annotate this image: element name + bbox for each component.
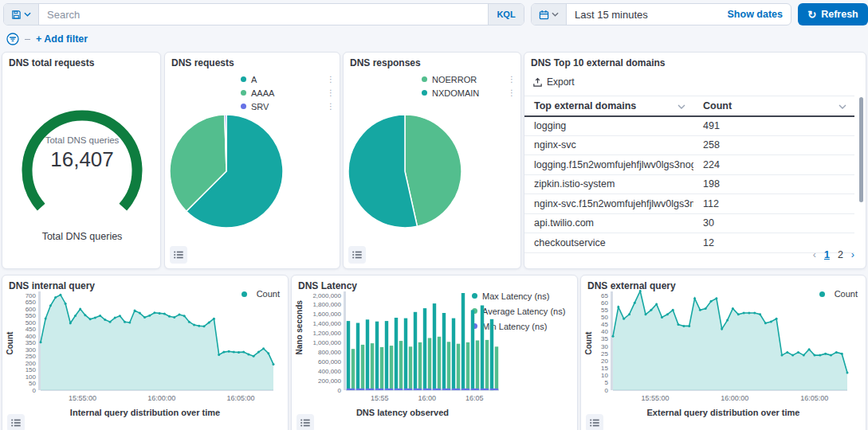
pie-chart [168, 113, 285, 229]
legend-label: NOERROR [432, 75, 477, 84]
pagination-page-2[interactable]: 2 [838, 249, 843, 260]
legend-toggle-button[interactable] [348, 246, 366, 264]
saved-query-menu-button[interactable] [4, 4, 39, 25]
svg-text:16:00:00: 16:00:00 [147, 394, 175, 402]
svg-text:16:00:00: 16:00:00 [721, 394, 748, 402]
cell-domain: nginx-svc.f15n2womfujehfjlwv0lgs3no... [524, 194, 693, 213]
table-scrollbar[interactable] [859, 97, 863, 202]
legend-toggle-button[interactable] [586, 414, 603, 430]
cell-count: 258 [693, 136, 854, 155]
cell-domain: checkoutservice [524, 233, 693, 252]
table-header: Top external domains Count [524, 96, 854, 117]
search-input[interactable]: Search [39, 4, 488, 25]
list-icon [173, 249, 184, 260]
svg-text:2,000,000: 2,000,000 [312, 292, 341, 299]
svg-text:400,000: 400,000 [318, 368, 341, 375]
pie-legend: A⋮AAAA⋮SRV⋮ [241, 73, 335, 114]
area-chart: 0510152025303540455055606515:55:0016:00:… [595, 290, 852, 406]
column-header-domains[interactable]: Top external domains [524, 96, 693, 115]
add-filter-button[interactable]: + Add filter [36, 33, 88, 45]
svg-text:250: 250 [26, 353, 37, 360]
legend-dot [241, 90, 246, 96]
kql-toggle[interactable]: KQL [488, 4, 524, 25]
chevron-down-icon[interactable] [678, 104, 685, 109]
legend-toggle-button[interactable] [170, 246, 187, 264]
y-axis-title: Count [584, 339, 593, 355]
legend-item[interactable]: NXDOMAIN⋮ [422, 87, 516, 99]
legend-label: A [251, 75, 257, 84]
save-icon [11, 10, 22, 20]
svg-text:600: 600 [26, 306, 37, 313]
chevron-down-icon [24, 12, 31, 17]
filter-icon[interactable] [6, 33, 19, 45]
legend-label: AAAA [251, 88, 274, 98]
list-icon [352, 249, 363, 260]
y-axis-title: Count [6, 339, 14, 355]
table-row: checkoutservice12 [524, 233, 854, 253]
svg-text:40: 40 [601, 328, 608, 335]
time-picker-menu-button[interactable] [532, 4, 567, 25]
pagination-prev[interactable]: ‹ [813, 249, 816, 260]
svg-text:0: 0 [33, 387, 37, 394]
panel-dns-responses: DNS responses NOERROR⋮NXDOMAIN⋮ [343, 52, 521, 269]
pagination-next[interactable]: › [851, 249, 854, 260]
legend-options-icon[interactable]: ⋮ [327, 103, 335, 111]
filter-divider [25, 39, 30, 40]
show-dates-button[interactable]: Show dates [720, 4, 791, 25]
legend-toggle-button[interactable] [297, 414, 314, 430]
svg-text:45: 45 [601, 321, 608, 328]
svg-text:350: 350 [26, 339, 37, 346]
panel-title: DNS responses [350, 57, 421, 68]
legend-item[interactable]: NOERROR⋮ [422, 73, 516, 85]
legend-dot [241, 104, 246, 109]
svg-text:5: 5 [605, 379, 609, 386]
svg-text:16:00: 16:00 [418, 394, 436, 402]
panel-title: DNS total requests [9, 57, 94, 68]
export-button[interactable]: Export [532, 76, 575, 88]
column-header-count[interactable]: Count [693, 96, 854, 115]
svg-text:55: 55 [601, 307, 608, 314]
legend-dot [422, 76, 427, 82]
chevron-down-icon[interactable] [839, 104, 846, 109]
pagination-page-1[interactable]: 1 [824, 249, 830, 260]
calendar-icon [539, 10, 549, 20]
svg-text:16:05:00: 16:05:00 [800, 394, 828, 402]
table-row: nginx-svc258 [524, 136, 854, 156]
cell-domain: logging.f15n2womfujehfjlwv0lgs3nog.... [524, 155, 693, 174]
svg-text:300: 300 [26, 346, 37, 354]
time-range-value[interactable]: Last 15 minutes [567, 4, 720, 25]
svg-text:25: 25 [601, 350, 608, 358]
svg-text:200,000: 200,000 [318, 377, 341, 385]
svg-text:150: 150 [26, 366, 37, 373]
legend-item[interactable]: SRV⋮ [241, 100, 335, 112]
table-row: api.twilio.com30 [524, 214, 854, 234]
svg-text:15:55:00: 15:55:00 [641, 394, 669, 402]
list-icon [10, 417, 22, 428]
y-axis-title: Nano seconds [295, 339, 304, 355]
legend-item[interactable]: AAAA⋮ [241, 87, 335, 99]
svg-text:16:05: 16:05 [465, 394, 484, 402]
gauge-label: Total DNS queries [2, 135, 161, 145]
svg-text:15: 15 [601, 365, 608, 372]
chevron-down-icon [552, 12, 559, 17]
legend-options-icon[interactable]: ⋮ [508, 89, 516, 97]
svg-text:15:55: 15:55 [371, 394, 389, 402]
svg-text:10: 10 [601, 372, 608, 379]
legend-item[interactable]: A⋮ [241, 73, 335, 85]
refresh-button[interactable]: ↻ Refresh [798, 3, 868, 25]
cell-count: 112 [693, 194, 854, 213]
svg-text:1,200,000: 1,200,000 [312, 330, 341, 337]
legend-toggle-button[interactable] [7, 414, 25, 430]
legend-options-icon[interactable]: ⋮ [327, 89, 335, 97]
legend-options-icon[interactable]: ⋮ [327, 76, 335, 84]
kibana-dashboard: Search KQL Last 15 minutes Show dates ↻ … [0, 0, 868, 430]
cell-count: 30 [693, 214, 854, 233]
export-icon [532, 77, 543, 88]
legend-options-icon[interactable]: ⋮ [508, 76, 516, 84]
table-row: zipkin.istio-system198 [524, 175, 854, 195]
svg-text:1,000,000: 1,000,000 [312, 339, 341, 346]
table-row: logging491 [524, 116, 854, 136]
legend-dot [241, 76, 246, 82]
svg-text:16:05:00: 16:05:00 [227, 394, 255, 402]
svg-text:200: 200 [26, 360, 37, 367]
